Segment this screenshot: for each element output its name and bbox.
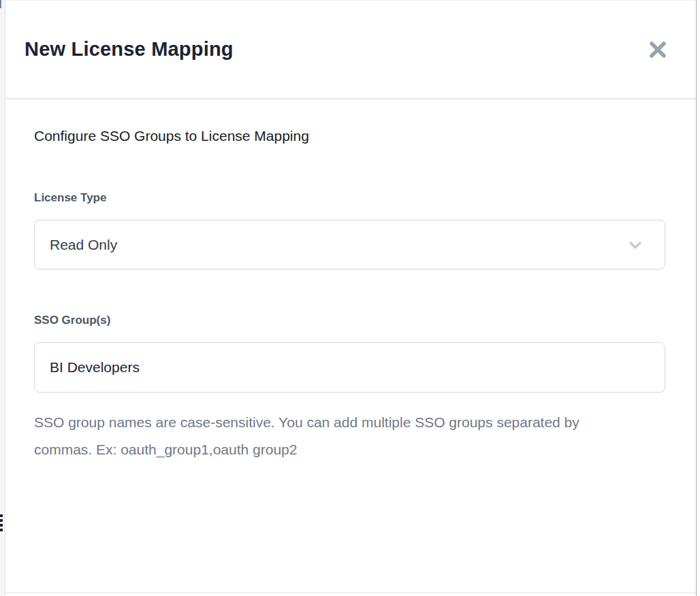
license-type-label: License Type	[34, 191, 665, 205]
sso-groups-field: SSO Group(s) SSO group names are case-se…	[34, 313, 665, 463]
underlying-page-left-edge	[0, 0, 5, 596]
left-edge-mark	[0, 0, 1, 8]
sso-groups-label: SSO Group(s)	[34, 313, 665, 328]
page-background: New License Mapping Configure SSO Groups…	[0, 0, 700, 596]
license-type-select[interactable]: Read Only	[34, 220, 665, 269]
license-type-value: Read Only	[50, 237, 117, 253]
license-mapping-modal: New License Mapping Configure SSO Groups…	[5, 0, 696, 596]
modal-title: New License Mapping	[25, 38, 234, 61]
underlying-page-right-edge	[696, 0, 700, 596]
sso-groups-help-text: SSO group names are case-sensitive. You …	[34, 409, 620, 463]
modal-header: New License Mapping	[5, 1, 696, 99]
modal-bottom-divider	[5, 592, 696, 593]
chevron-down-icon	[625, 235, 646, 255]
close-icon	[648, 40, 667, 59]
modal-body: Configure SSO Groups to License Mapping …	[5, 99, 696, 463]
section-heading: Configure SSO Groups to License Mapping	[34, 127, 665, 146]
close-button[interactable]	[646, 37, 670, 62]
license-type-field: License Type Read Only	[34, 191, 665, 269]
sso-groups-input[interactable]	[34, 342, 665, 393]
list-icon	[0, 514, 3, 533]
